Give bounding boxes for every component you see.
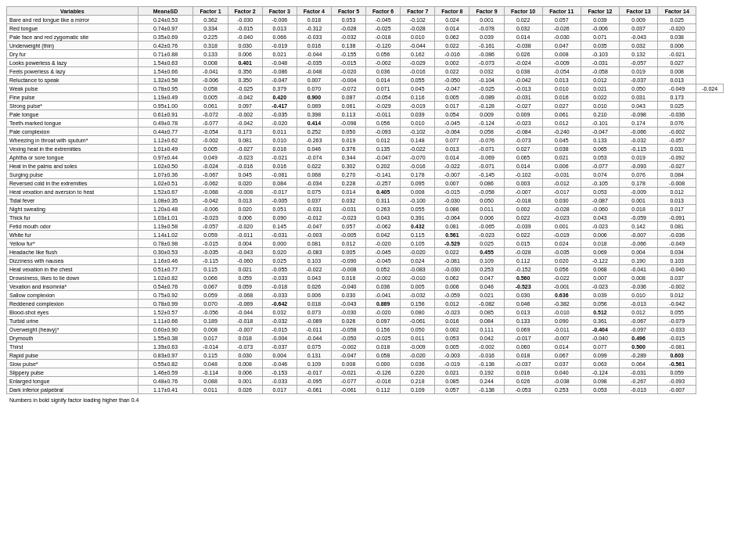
factor-value: 0.156 (366, 325, 401, 334)
factor-value: -0.025 (366, 24, 401, 33)
factor-value: -0.002 (366, 274, 401, 282)
factor-value: 0.131 (297, 351, 331, 360)
factor-value: 0.027 (658, 59, 696, 67)
factor-value: -0.074 (297, 153, 331, 162)
factor-value: -0.048 (297, 67, 331, 76)
factor-value: 0.018 (297, 16, 331, 24)
variable-name: Sallow complexion (7, 291, 138, 300)
factor-value: -0.049 (658, 84, 696, 93)
factor-value: -0.007 (228, 325, 262, 334)
factor-value: 0.109 (469, 257, 504, 265)
factor-value: -0.045 (366, 257, 401, 265)
factor-value: 0.018 (581, 239, 619, 248)
factor-value: 0.007 (297, 76, 331, 84)
factor-value: 0.097 (228, 102, 262, 110)
factor-value: 0.024 (435, 16, 469, 24)
factor-value: -0.002 (658, 282, 696, 291)
mean-sd: 1.55±0.38 (138, 334, 193, 343)
factor-value: -0.037 (504, 360, 542, 368)
factor-value: -0.016 (469, 351, 504, 360)
factor-value: -0.016 (435, 50, 469, 59)
factor-value: 0.056 (542, 265, 581, 274)
factor-value: -0.016 (366, 377, 401, 386)
factor-value: -0.020 (331, 67, 365, 76)
factor-value: 0.038 (542, 145, 581, 153)
factor-value: -0.015 (193, 239, 228, 248)
variable-name: Strong pulse* (7, 102, 138, 110)
factor-value: 0.013 (228, 196, 262, 205)
factor-value: 0.133 (193, 50, 228, 59)
factor-value: 0.016 (542, 93, 581, 102)
mean-sd: 0.30±0.53 (138, 248, 193, 257)
factor-value: 0.007 (435, 179, 469, 188)
factor-value: 0.006 (297, 291, 331, 300)
factor-value: -0.017 (262, 188, 297, 196)
factor-value: 0.003 (504, 179, 542, 188)
column-header: Factor 11 (542, 7, 581, 16)
factor-value: 0.084 (658, 171, 696, 179)
factor-value: 0.014 (435, 153, 469, 162)
factor-value: -0.044 (297, 334, 331, 343)
factor-value: 0.012 (620, 308, 658, 317)
factor-value: -0.044 (401, 41, 435, 50)
factor-table: VariablesMean±SDFactor 1Factor 2Factor 3… (6, 6, 724, 394)
table-row: Looks powerless & lazy1.54±0.630.0080.40… (7, 59, 724, 67)
factor-value: -0.010 (401, 274, 435, 282)
factor-value: -0.263 (297, 136, 331, 145)
factor-value: -0.015 (658, 334, 696, 343)
table-row: Vexing heat in the extremities1.01±0.490… (7, 145, 724, 153)
factor-value: 0.056 (366, 119, 401, 127)
table-row: Enlarged tongue0.48±0.760.0880.001-0.033… (7, 377, 724, 386)
factor-value: -0.417 (262, 102, 297, 110)
factor-value: 0.021 (542, 153, 581, 162)
factor-value: 0.018 (366, 343, 401, 351)
factor-value: -0.042 (228, 119, 262, 127)
variable-name: Dry fur (7, 50, 138, 59)
factor-value: -0.058 (331, 325, 365, 334)
factor-value: -0.031 (262, 231, 297, 239)
factor-value: -0.073 (228, 343, 262, 351)
factor-value: -0.029 (401, 59, 435, 67)
factor-value: -0.153 (262, 368, 297, 377)
factor-value: 0.113 (331, 110, 365, 119)
factor-value: -0.054 (193, 127, 228, 136)
factor-value: 0.057 (331, 222, 365, 231)
factor-value: -0.032 (331, 33, 365, 41)
factor-value: 0.022 (504, 214, 542, 222)
factor-value: -0.020 (366, 308, 401, 317)
factor-value: 0.334 (193, 24, 228, 33)
factor-value: 0.014 (542, 343, 581, 351)
factor-value: -0.017 (504, 334, 542, 343)
factor-value: 0.021 (469, 291, 504, 300)
mean-sd: 0.83±0.97 (138, 351, 193, 360)
factor-value: -0.529 (435, 239, 469, 248)
factor-value: -0.027 (658, 162, 696, 171)
factor-value: -0.065 (469, 222, 504, 231)
factor-value: -0.015 (228, 24, 262, 33)
mean-sd: 0.44±0.77 (138, 127, 193, 136)
factor-value: -0.054 (542, 67, 581, 76)
factor-value: 0.052 (366, 265, 401, 274)
factor-value: -0.105 (581, 179, 619, 188)
factor-value: 0.018 (504, 351, 542, 360)
factor-value: 0.045 (401, 84, 435, 93)
factor-value: -0.069 (228, 300, 262, 308)
factor-value: 0.174 (620, 119, 658, 127)
factor-value: -0.038 (504, 41, 542, 50)
factor-value: 0.067 (193, 282, 228, 291)
factor-value: 0.039 (581, 291, 619, 300)
factor-value: -0.012 (542, 179, 581, 188)
factor-value: -0.098 (620, 110, 658, 119)
factor-value: -0.018 (366, 33, 401, 41)
factor-value: -0.036 (620, 282, 658, 291)
mean-sd: 0.42±0.76 (138, 41, 193, 50)
factor-value: 0.112 (366, 386, 401, 394)
table-row: Heat vexation and aversion to heat1.52±0… (7, 188, 724, 196)
factor-value: -0.077 (193, 119, 228, 127)
factor-value: -0.045 (366, 16, 401, 24)
factor-value: 0.030 (542, 196, 581, 205)
factor-value: 0.022 (581, 93, 619, 102)
factor-value: 0.054 (435, 110, 469, 119)
variable-name: Drymouth (7, 334, 138, 343)
factor-value: 0.056 (366, 50, 401, 59)
